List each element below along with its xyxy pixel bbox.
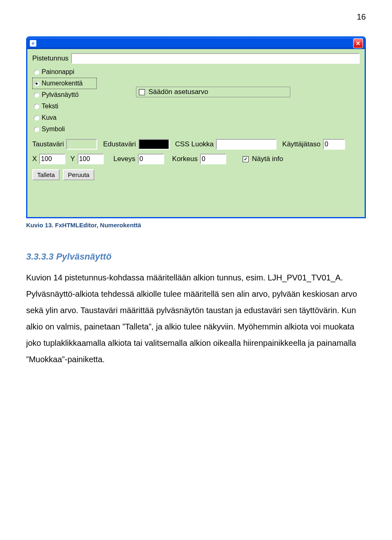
radio-teksti[interactable]: Teksti <box>32 101 97 112</box>
radio-painonappi[interactable]: Painonappi <box>32 66 97 78</box>
css-luokka-label: CSS Luokka <box>175 140 214 148</box>
radio-pylvasnaytto[interactable]: Pylväsnäyttö <box>32 89 97 101</box>
radio-icon <box>34 127 39 132</box>
x-label: X <box>32 155 37 163</box>
window-titlebar: e ✕ <box>27 38 365 49</box>
radio-icon <box>34 81 39 86</box>
y-input[interactable] <box>78 154 104 164</box>
taustavari-label: Taustaväri <box>32 140 64 148</box>
section-heading: 3.3.3.3 Pylväsnäyttö <box>26 251 366 262</box>
edustavari-swatch[interactable] <box>138 139 169 150</box>
radio-label: Painonappi <box>42 68 74 76</box>
peruuta-button[interactable]: Peruuta <box>63 169 94 180</box>
pistetunnus-label: Pistetunnus <box>32 54 69 63</box>
kayttajataso-input[interactable] <box>323 139 345 150</box>
leveys-input[interactable] <box>138 154 164 164</box>
radio-label: Kuva <box>42 114 56 121</box>
radio-kuva[interactable]: Kuva <box>32 112 97 123</box>
radio-symboli[interactable]: Symboli <box>32 123 97 135</box>
taustavari-swatch[interactable] <box>66 139 97 150</box>
y-label: Y <box>70 155 75 163</box>
leveys-label: Leveys <box>114 155 136 163</box>
body-paragraph: Kuvion 14 pistetunnus-kohdassa määritell… <box>26 269 366 367</box>
close-button[interactable]: ✕ <box>353 38 363 48</box>
nayta-info-label: Näytä info <box>252 155 283 163</box>
checkbox-icon <box>243 156 249 162</box>
saadon-asetusarvo-field[interactable]: Säädön asetusarvo <box>136 87 290 97</box>
talleta-button[interactable]: Talleta <box>32 169 60 180</box>
radio-label: Teksti <box>42 103 58 110</box>
kayttajataso-label: Käyttäjätaso <box>282 140 321 148</box>
x-input[interactable] <box>39 154 65 164</box>
radio-label: Symboli <box>42 125 65 133</box>
radio-label: Pylväsnäyttö <box>42 91 79 99</box>
checkbox-icon <box>139 89 145 95</box>
radio-icon <box>34 104 39 109</box>
korkeus-label: Korkeus <box>172 155 198 163</box>
figure-caption: Kuvio 13. FxHTMLEditor, Numerokenttä <box>26 222 366 229</box>
edustavari-label: Edustaväri <box>103 140 136 148</box>
radio-label: Numerokenttä <box>42 80 83 87</box>
saadon-asetusarvo-label: Säädön asetusarvo <box>148 88 208 96</box>
ie-icon: e <box>30 40 36 47</box>
radio-icon <box>34 69 39 75</box>
type-radio-group: Painonappi Numerokenttä Pylväsnäyttö Tek… <box>32 66 97 135</box>
close-icon: ✕ <box>356 40 361 47</box>
page-number: 16 <box>26 12 366 22</box>
pistetunnus-input[interactable] <box>71 53 360 64</box>
radio-numerokentta[interactable]: Numerokenttä <box>32 78 97 89</box>
radio-icon <box>34 92 39 98</box>
nayta-info-field[interactable]: Näytä info <box>243 155 283 163</box>
korkeus-input[interactable] <box>200 154 226 164</box>
css-luokka-input[interactable] <box>216 139 276 150</box>
radio-icon <box>34 115 39 121</box>
editor-window: e ✕ Pistetunnus Painonappi <box>26 36 366 218</box>
